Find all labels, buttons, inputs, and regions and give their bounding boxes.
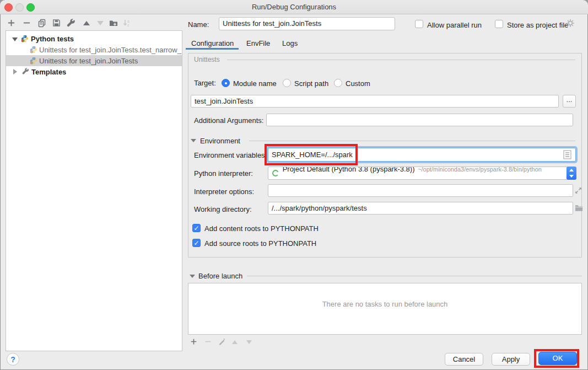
interpreter-options-input[interactable] bbox=[268, 184, 573, 197]
tree-item-unittests-jointests-selected[interactable]: Unittests for test_join.JoinTests bbox=[6, 55, 182, 66]
tree-item-label: Python tests bbox=[31, 35, 74, 43]
interpreter-dropdown-stepper[interactable] bbox=[567, 167, 576, 180]
tab-envfile[interactable]: EnvFile bbox=[246, 39, 270, 47]
tree-item-unittests-test-narrow[interactable]: Unittests for test_join.JoinTests.test_n… bbox=[6, 44, 182, 55]
environment-collapse-icon[interactable] bbox=[191, 139, 196, 142]
add-source-roots-checkbox[interactable]: ✓ bbox=[192, 239, 201, 247]
working-directory-input[interactable]: /.../spark/python/pyspark/tests bbox=[268, 202, 573, 215]
name-label: Name: bbox=[188, 20, 209, 29]
before-launch-empty-message: There are no tasks to run before launch bbox=[188, 300, 581, 308]
unittests-section-label: Unittests bbox=[194, 56, 220, 63]
python-interpreter-label: Python interpreter: bbox=[194, 169, 253, 178]
svg-text:a: a bbox=[127, 19, 130, 23]
python-tests-icon bbox=[21, 35, 29, 42]
edit-task-icon bbox=[217, 337, 226, 346]
tree-item-python-tests[interactable]: Python tests bbox=[6, 33, 182, 44]
target-script-path-label[interactable]: Script path bbox=[294, 79, 328, 88]
browse-module-button[interactable]: ... bbox=[563, 95, 576, 108]
tree-item-label: Templates bbox=[31, 68, 66, 76]
store-as-project-file-checkbox[interactable] bbox=[495, 20, 503, 28]
configurations-tree: Python tests Unittests for test_join.Joi… bbox=[6, 30, 182, 351]
store-as-project-file-label: Store as project file bbox=[507, 21, 568, 29]
tree-item-label: Unittests for test_join.JoinTests bbox=[39, 57, 138, 65]
add-content-roots-label: Add content roots to PYTHONPATH bbox=[204, 224, 319, 233]
apply-button[interactable]: Apply bbox=[492, 353, 530, 366]
target-custom-radio[interactable] bbox=[334, 79, 342, 87]
add-content-roots-checkbox[interactable]: ✓ bbox=[192, 224, 201, 232]
store-settings-gear-icon[interactable] bbox=[566, 19, 575, 29]
before-launch-task-list[interactable]: There are no tasks to run before launch bbox=[188, 283, 582, 335]
add-task-icon[interactable] bbox=[189, 337, 198, 346]
target-module-name-label[interactable]: Module name bbox=[233, 79, 277, 88]
titlebar: Run/Debug Configurations bbox=[0, 0, 588, 14]
move-up-icon[interactable] bbox=[82, 18, 91, 28]
add-source-roots-label: Add source roots to PYTHONPATH bbox=[204, 239, 316, 248]
interpreter-options-label: Interpreter options: bbox=[194, 187, 254, 196]
expand-field-icon[interactable] bbox=[575, 187, 582, 196]
name-input[interactable]: Unittests for test_join.JoinTests bbox=[219, 17, 395, 30]
allow-parallel-run-checkbox[interactable] bbox=[415, 20, 423, 28]
move-task-up-icon bbox=[230, 337, 239, 347]
create-new-folder-icon[interactable] bbox=[109, 18, 118, 28]
save-configuration-icon[interactable] bbox=[52, 18, 61, 28]
target-script-path-radio[interactable] bbox=[283, 79, 291, 87]
section-divider bbox=[227, 60, 575, 60]
python-test-config-icon bbox=[30, 46, 37, 53]
tab-logs[interactable]: Logs bbox=[282, 39, 298, 47]
additional-arguments-label: Additional Arguments: bbox=[194, 116, 263, 125]
edit-environment-variables-icon[interactable] bbox=[563, 150, 571, 161]
remove-task-icon bbox=[203, 337, 213, 346]
ok-button[interactable]: OK bbox=[538, 352, 577, 365]
environment-variables-label: Environment variables: bbox=[194, 151, 267, 159]
window-title: Run/Debug Configurations bbox=[0, 0, 588, 14]
before-launch-collapse-icon[interactable] bbox=[190, 275, 195, 278]
module-name-input[interactable]: test_join.JoinTests bbox=[191, 95, 559, 108]
tree-item-label: Unittests for test_join.JoinTests.test_n… bbox=[39, 46, 181, 54]
section-divider bbox=[249, 141, 575, 141]
target-label: Target: bbox=[194, 79, 216, 87]
run-debug-configurations-dialog: Run/Debug Configurations az Python tests bbox=[0, 0, 588, 370]
additional-arguments-input[interactable] bbox=[266, 114, 573, 126]
section-divider bbox=[247, 276, 582, 276]
chevron-expanded-icon[interactable] bbox=[12, 37, 18, 41]
add-configuration-icon[interactable] bbox=[7, 18, 16, 28]
allow-parallel-run-label: Allow parallel run bbox=[427, 21, 482, 29]
python-interpreter-path: ~/opt/miniconda3/envs/pyspark-3.8/bin/py… bbox=[418, 167, 542, 173]
sort-configurations-icon: az bbox=[122, 18, 131, 28]
tab-configuration[interactable]: Configuration bbox=[191, 39, 234, 47]
target-module-name-radio[interactable] bbox=[222, 79, 230, 87]
python-interpreter-value: Project Default (Python 3.8 (pyspark-3.8… bbox=[283, 167, 415, 173]
python-test-config-icon bbox=[30, 57, 37, 65]
target-custom-label[interactable]: Custom bbox=[346, 79, 370, 88]
browse-folder-icon[interactable] bbox=[575, 204, 583, 213]
templates-wrench-icon bbox=[22, 68, 30, 76]
chevron-collapsed-icon[interactable] bbox=[13, 69, 17, 74]
environment-variables-input[interactable]: SPARK_HOME=/.../spark bbox=[268, 148, 576, 162]
python-interpreter-select[interactable]: Project Default (Python 3.8 (pyspark-3.8… bbox=[268, 167, 576, 180]
move-down-icon bbox=[95, 18, 105, 28]
tree-item-templates[interactable]: Templates bbox=[6, 66, 182, 77]
cancel-button[interactable]: Cancel bbox=[445, 353, 483, 366]
working-directory-label: Working directory: bbox=[194, 205, 252, 213]
active-tab-indicator bbox=[186, 48, 239, 50]
before-launch-section-label: Before launch bbox=[198, 272, 242, 280]
edit-templates-icon[interactable] bbox=[66, 18, 75, 28]
help-button[interactable]: ? bbox=[7, 353, 19, 366]
move-task-down-icon bbox=[244, 337, 253, 347]
environment-section-label: Environment bbox=[200, 137, 240, 145]
environment-variables-value: SPARK_HOME=/.../spark bbox=[272, 151, 353, 159]
copy-configuration-icon[interactable] bbox=[37, 18, 46, 28]
svg-text:z: z bbox=[127, 23, 129, 27]
conda-environment-icon bbox=[272, 169, 279, 179]
remove-configuration-icon[interactable] bbox=[22, 18, 31, 28]
